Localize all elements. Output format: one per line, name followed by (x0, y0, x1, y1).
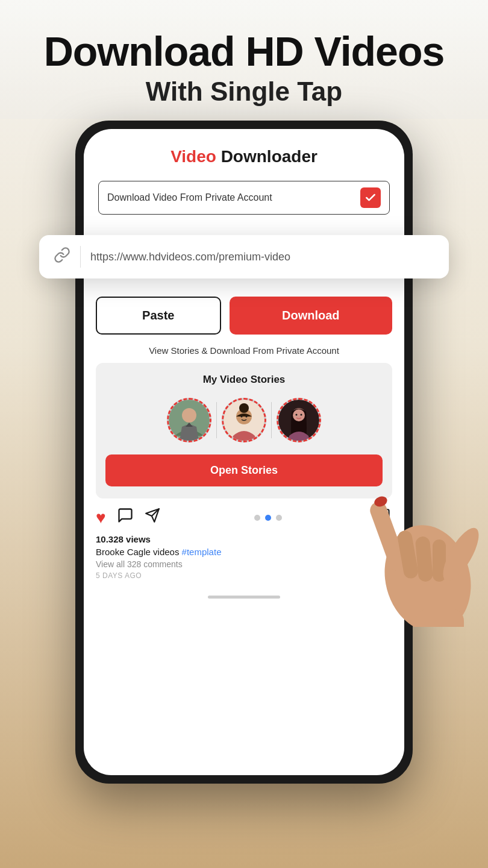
dot-2 (265, 515, 271, 521)
subtitle: With Single Tap (24, 77, 464, 107)
dots-indicator (171, 515, 366, 521)
url-divider (80, 246, 81, 268)
svg-point-4 (239, 403, 249, 413)
avatar-divider-2 (271, 402, 272, 438)
url-bar-overlay[interactable]: https://www.hdvideos.com/premium-video (39, 235, 449, 278)
views-count: 10.328 views (96, 534, 392, 544)
time-ago: 5 DAYS AGO (96, 571, 392, 580)
stories-title: My Video Stories (105, 374, 383, 386)
svg-point-6 (246, 416, 248, 418)
phone-screen: Video Downloader Download Video From Pri… (84, 129, 404, 775)
app-title-video: Video (170, 147, 216, 166)
share-icon[interactable] (145, 508, 160, 527)
post-desc: Brooke Cagle videos #template (96, 547, 392, 557)
link-icon (54, 247, 70, 268)
avatars-row (105, 395, 383, 445)
action-buttons: Paste Download (84, 297, 404, 335)
header-section: Download HD Videos With Single Tap (0, 0, 488, 119)
bookmark-icon[interactable] (377, 508, 392, 527)
paste-button[interactable]: Paste (96, 297, 221, 335)
avatar-divider-1 (216, 402, 217, 438)
dot-1 (254, 515, 260, 521)
comments-link[interactable]: View all 328 comments (96, 559, 392, 569)
svg-point-9 (293, 409, 305, 421)
dot-3 (276, 515, 282, 521)
open-stories-button[interactable]: Open Stories (105, 454, 383, 486)
phone-mockup: Video Downloader Download Video From Pri… (75, 121, 413, 784)
url-text: https://www.hdvideos.com/premium-video (90, 251, 434, 263)
social-bar: ♥ (84, 498, 404, 532)
avatar-1[interactable] (164, 395, 214, 445)
heart-icon[interactable]: ♥ (96, 508, 106, 527)
stories-card: My Video Stories (96, 363, 392, 498)
avatar-2[interactable] (219, 395, 269, 445)
svg-point-10 (296, 414, 298, 416)
post-desc-text: Brooke Cagle videos (96, 547, 179, 557)
main-title: Download HD Videos (24, 29, 464, 74)
stories-label: View Stories & Download From Private Acc… (96, 345, 392, 356)
svg-point-5 (241, 416, 243, 418)
hashtag[interactable]: #template (182, 547, 222, 557)
home-indicator (208, 596, 280, 599)
comment-icon[interactable] (117, 507, 134, 528)
app-title-rest: Downloader (216, 147, 318, 166)
check-icon[interactable] (360, 187, 381, 208)
search-text: Download Video From Private Account (107, 192, 360, 203)
download-button[interactable]: Download (230, 297, 393, 335)
svg-point-1 (182, 408, 196, 423)
svg-point-11 (301, 414, 302, 416)
app-title: Video Downloader (98, 147, 390, 166)
avatar-3[interactable] (274, 395, 324, 445)
post-info: 10.328 views Brooke Cagle videos #templa… (84, 532, 404, 590)
search-row[interactable]: Download Video From Private Account (98, 181, 390, 215)
